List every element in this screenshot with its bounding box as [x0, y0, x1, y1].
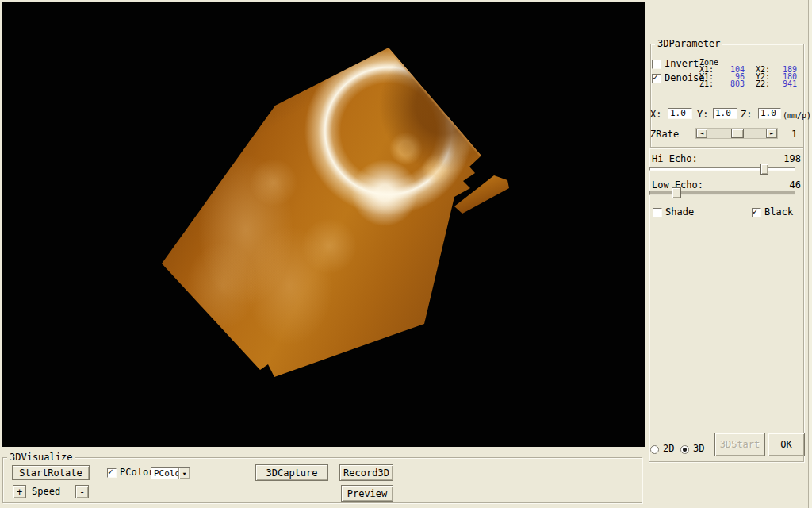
- shade-checkbox[interactable]: ✓: [653, 208, 662, 217]
- hi-echo-slider-track[interactable]: [649, 167, 795, 171]
- scroll-right-icon: ►: [770, 130, 773, 137]
- low-echo-slider-thumb[interactable]: [672, 187, 681, 198]
- zrate-scroll-thumb[interactable]: [731, 129, 744, 138]
- start-rotate-button[interactable]: StartRotate: [12, 465, 90, 480]
- scale-unit-label: (mm/p): [783, 110, 811, 121]
- zone-z2-value: 941: [775, 80, 797, 87]
- radio-2d-label[interactable]: 2D: [663, 444, 674, 454]
- shade-label[interactable]: Shade: [665, 207, 694, 217]
- black-checkbox[interactable]: ✓: [752, 208, 761, 217]
- ultrasound-volume[interactable]: [127, 44, 508, 385]
- app-window: { "param_panel": { "group_title": "3DPar…: [0, 0, 812, 508]
- dropdown-arrow-button[interactable]: ▼: [178, 468, 190, 479]
- denoise-checkbox[interactable]: ✓: [652, 74, 661, 83]
- z-scale-label: Z:: [741, 110, 752, 120]
- x-scale-field[interactable]: 1.0: [668, 108, 692, 119]
- chevron-down-icon: ▼: [183, 471, 186, 476]
- pcolor-dropdown[interactable]: PColor ▼: [151, 467, 190, 479]
- check-icon: ✓: [108, 467, 113, 477]
- zrate-label: ZRate: [650, 129, 679, 140]
- radio-3d[interactable]: [680, 445, 689, 454]
- window-right-edge: [809, 0, 812, 508]
- black-label[interactable]: Black: [764, 207, 793, 217]
- zone-table: X1: 104 X2: 189 Y1: 96 Y2: 180 Z1: 803 Z…: [699, 66, 797, 87]
- radio-dot: [683, 448, 687, 452]
- invert-checkbox[interactable]: ✓: [652, 60, 661, 69]
- check-icon: ✓: [753, 206, 758, 217]
- zrate-value: 1: [791, 129, 797, 140]
- z-scale-field[interactable]: 1.0: [758, 108, 781, 119]
- speed-plus-button[interactable]: +: [13, 485, 26, 498]
- hi-echo-label: Hi Echo:: [652, 154, 698, 164]
- start-3d-button[interactable]: 3DStart: [714, 433, 765, 456]
- zone-z1-label: Z1:: [699, 80, 718, 87]
- zrate-scroll-left-button[interactable]: ◄: [696, 129, 707, 138]
- visualize-group-title: 3DVisualize: [7, 452, 75, 462]
- record-3d-button[interactable]: Record3D: [339, 464, 393, 481]
- zrate-scroll-right-button[interactable]: ►: [766, 129, 777, 138]
- volume-right-edge-highlight: [386, 47, 481, 156]
- zone-z1-value: 803: [718, 80, 745, 87]
- ok-button[interactable]: OK: [768, 433, 805, 456]
- speed-minus-button[interactable]: -: [75, 485, 89, 498]
- volume-top-edge-highlight: [274, 44, 390, 106]
- zrate-scrollbar[interactable]: ◄ ►: [695, 128, 778, 139]
- render-viewport[interactable]: [2, 2, 645, 447]
- pcolor-checkbox[interactable]: ✓: [107, 468, 117, 478]
- radio-3d-label[interactable]: 3D: [693, 444, 704, 454]
- check-icon: ✓: [653, 72, 658, 83]
- scroll-left-icon: ◄: [700, 130, 703, 137]
- invert-label[interactable]: Invert: [665, 59, 699, 69]
- denoise-label[interactable]: Denoise: [665, 73, 705, 83]
- x-scale-label: X:: [650, 110, 661, 120]
- capture-3d-button[interactable]: 3DCapture: [255, 464, 328, 481]
- y-scale-field[interactable]: 1.0: [713, 108, 737, 119]
- zone-z2-label: Z2:: [756, 80, 775, 87]
- pcolor-label[interactable]: PColor: [120, 468, 154, 478]
- preview-button[interactable]: Preview: [341, 485, 393, 502]
- speed-label: Speed: [32, 487, 60, 497]
- hi-echo-slider-thumb[interactable]: [760, 164, 768, 175]
- low-echo-value: 46: [757, 180, 801, 190]
- radio-2d[interactable]: [650, 445, 659, 454]
- zone-row-z: Z1: 803 Z2: 941: [699, 80, 797, 87]
- y-scale-label: Y:: [697, 110, 708, 120]
- parameter-group-title: 3DParameter: [655, 39, 722, 48]
